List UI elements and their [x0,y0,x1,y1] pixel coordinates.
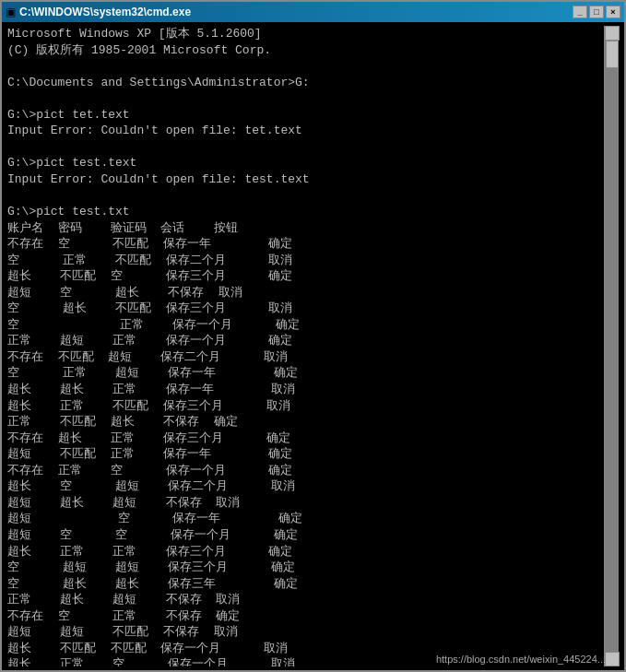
terminal-line: 超长 超长 正常 保存一年 取消 [7,382,604,398]
minimize-button[interactable]: _ [573,6,587,18]
terminal-line: 空 正常 超短 保存一年 确定 [7,365,604,382]
terminal-line: 空 超长 超长 保存三年 确定 [7,576,604,593]
terminal-line: Input Error: Couldn't open file: tet.tex… [7,123,604,139]
terminal-line [7,139,604,156]
terminal-line: 超短 空 超长 不保存 取消 [7,285,604,301]
terminal-line: 超短 空 空 保存一个月 确定 [7,527,604,544]
cmd-icon: ▣ [6,6,16,18]
terminal-line: Input Error: Couldn't open file: test.te… [7,171,604,188]
window-title: C:\WINDOWS\system32\cmd.exe [19,6,191,18]
terminal-line: 不存在 超长 正常 保存三个月 确定 [7,430,604,447]
scroll-down-button[interactable]: ▼ [605,652,620,666]
terminal-output: Microsoft Windows XP [版本 5.1.2600](C) 版权… [7,26,604,666]
terminal-line: 正常 不匹配 超长 不保存 确定 [7,414,604,430]
terminal-line: G:\>pict test.txt [7,204,604,220]
terminal-line: 空 正常 保存一个月 确定 [7,317,604,334]
scrollbar[interactable]: ▲ ▼ [604,26,619,666]
terminal-line: 超短 超长 超短 不保存 取消 [7,495,604,512]
terminal-line: 不存在 空 正常 不保存 确定 [7,608,604,625]
terminal-line: 超短 超短 不匹配 不保存 取消 [7,624,604,641]
scroll-track[interactable] [605,41,619,652]
terminal-line: 不存在 空 不匹配 保存一年 确定 [7,236,604,253]
terminal-line: 超长 空 超短 保存二个月 取消 [7,478,604,495]
terminal-line: 超长 不匹配 不匹配 保存一个月 取消 [7,641,604,657]
terminal-line: 正常 超短 正常 保存一个月 确定 [7,333,604,349]
terminal-line: 空 超长 不匹配 保存三个月 取消 [7,301,604,317]
title-bar: ▣ C:\WINDOWS\system32\cmd.exe _ □ × [2,2,624,22]
terminal-line: 不存在 不匹配 超短 保存二个月 取消 [7,349,604,366]
terminal-line: G:\>pict tet.text [7,107,604,124]
scroll-up-button[interactable]: ▲ [605,26,620,41]
close-button[interactable]: × [606,6,620,18]
scroll-thumb[interactable] [606,41,619,68]
terminal-line: 账户名 密码 验证码 会话 按钮 [7,220,604,237]
terminal-line: G:\>pict test.text [7,155,604,171]
terminal-content: Microsoft Windows XP [版本 5.1.2600](C) 版权… [2,22,624,670]
terminal-line: 正常 超长 超短 不保存 取消 [7,592,604,608]
terminal-line: 超长 正常 空 保存一个月 取消 [7,656,604,666]
terminal-line: 不存在 正常 空 保存一个月 确定 [7,463,604,479]
terminal-line: 超长 正常 不匹配 保存三个月 取消 [7,398,604,415]
terminal-line [7,90,604,107]
terminal-line: 超短 不匹配 正常 保存一年 确定 [7,446,604,463]
terminal-line: 空 正常 不匹配 保存二个月 取消 [7,253,604,269]
terminal-line: 超短 空 保存一年 确定 [7,511,604,527]
terminal-line [7,187,604,204]
terminal-line [7,58,604,75]
terminal-line: C:\Documents and Settings\Administrator>… [7,75,604,91]
terminal-line: Microsoft Windows XP [版本 5.1.2600] [7,26,604,42]
title-bar-left: ▣ C:\WINDOWS\system32\cmd.exe [6,6,191,18]
window-controls: _ □ × [573,6,620,18]
terminal-line: 空 超短 超短 保存三个月 确定 [7,560,604,576]
cmd-window: ▣ C:\WINDOWS\system32\cmd.exe _ □ × Micr… [0,0,626,672]
terminal-line: (C) 版权所有 1985-2001 Microsoft Corp. [7,42,604,59]
maximize-button[interactable]: □ [589,6,604,18]
terminal-line: 超长 正常 正常 保存三个月 确定 [7,544,604,560]
terminal-line: 超长 不匹配 空 保存三个月 确定 [7,268,604,285]
